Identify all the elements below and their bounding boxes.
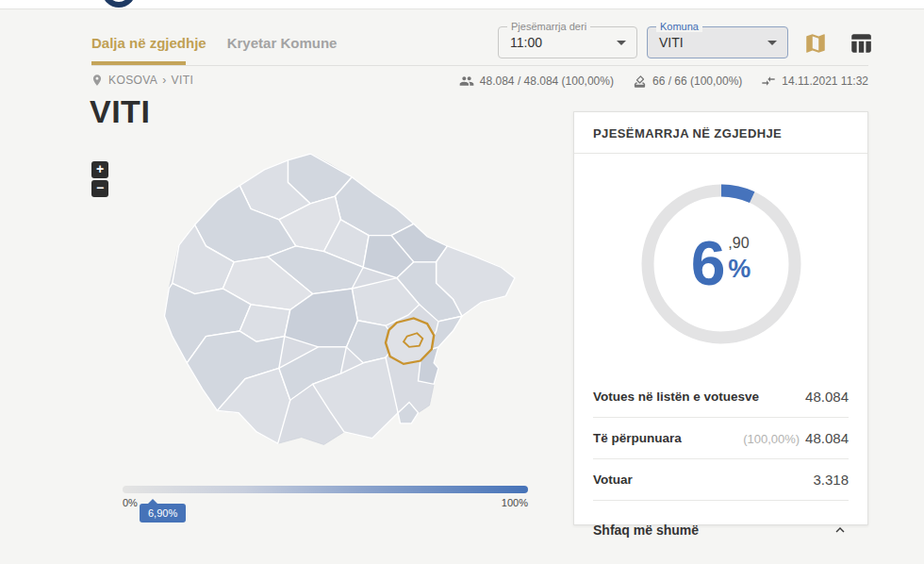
tab-bar: Dalja në zgjedhje Kryetar Komune <box>91 35 337 51</box>
stat-voters-value: 48.084 / 48.084 (100,00%) <box>480 75 614 88</box>
stats-row: 48.084 / 48.084 (100,00%) 66 / 66 (100,0… <box>459 74 868 89</box>
municipality-select-value: VITI <box>659 35 684 50</box>
time-select[interactable]: Pjesëmarrja deri 11:00 <box>498 26 637 58</box>
progress-min-label: 0% <box>123 497 138 508</box>
show-more-button[interactable]: Shfaq më shumë <box>593 510 849 539</box>
turnout-table: Votues në listën e votuesve 48.084 Të pë… <box>593 376 849 501</box>
time-select-value: 11:00 <box>510 35 542 50</box>
tab-kryetar-komune[interactable]: Kryetar Komune <box>227 35 338 51</box>
stat-polling-stations: 66 / 66 (100,00%) <box>633 75 742 89</box>
table-row: Të përpunuara (100,00%) 48.084 <box>593 418 849 459</box>
ballot-box-icon <box>633 75 647 89</box>
map-zoom-controls: + − <box>91 161 108 197</box>
chevron-down-icon <box>617 41 626 45</box>
row-label: Të përpunuara <box>593 431 682 445</box>
gauge-value-decimal: ,90 <box>728 235 749 252</box>
kosovo-map[interactable] <box>144 145 627 517</box>
tabs-divider <box>91 65 868 66</box>
municipality-select-label: Komuna <box>656 21 702 32</box>
zoom-in-button[interactable]: + <box>91 161 108 178</box>
table-row: Votues në listën e votuesve 48.084 <box>593 376 849 418</box>
row-value: 48.084 <box>805 430 849 446</box>
zoom-out-button[interactable]: − <box>91 180 108 197</box>
map-icon <box>803 31 828 56</box>
row-value: 3.318 <box>813 472 849 488</box>
row-label: Votuar <box>593 473 633 487</box>
gauge-value: 6 ,90 % <box>632 174 811 354</box>
page-title: VITI <box>90 93 150 130</box>
chevron-up-icon <box>832 522 849 539</box>
row-label: Votues në listën e votuesve <box>593 390 759 404</box>
gauge-value-int: 6 <box>691 236 726 291</box>
tab-dalja-ne-zgjedhje[interactable]: Dalja në zgjedhje <box>91 35 206 51</box>
turnout-panel: PJESËMARRJA NË ZGJEDHJE 6 ,90 % Votues n… <box>573 111 868 525</box>
logo <box>102 0 136 8</box>
top-bar <box>0 0 924 9</box>
stat-polling-stations-value: 66 / 66 (100,00%) <box>652 75 742 88</box>
sync-arrows-icon <box>761 74 776 89</box>
table-view-button[interactable] <box>849 31 873 56</box>
breadcrumb-separator: › <box>162 74 166 87</box>
chevron-down-icon <box>767 41 777 45</box>
location-pin-icon <box>91 74 104 87</box>
breadcrumb: KOSOVA › VITI <box>91 74 193 87</box>
time-select-label: Pjesëmarrja deri <box>507 21 590 32</box>
progress-value-badge: 6,90% <box>140 504 186 523</box>
stat-updated: 14.11.2021 11:32 <box>761 74 868 89</box>
turnout-progress-bar <box>123 486 528 493</box>
turnout-gauge: 6 ,90 % <box>632 174 811 354</box>
stat-updated-value: 14.11.2021 11:32 <box>782 75 868 88</box>
table-icon <box>849 31 873 56</box>
table-row: Votuar 3.318 <box>593 459 849 501</box>
row-value: 48.084 <box>805 389 849 405</box>
progress-max-label: 100% <box>502 497 528 508</box>
show-more-label: Shfaq më shumë <box>593 523 699 538</box>
map-view-button[interactable] <box>803 31 828 56</box>
panel-title: PJESËMARRJA NË ZGJEDHJE <box>574 112 867 154</box>
breadcrumb-current: VITI <box>172 74 194 87</box>
people-icon <box>459 74 474 89</box>
gauge-unit: % <box>728 255 751 284</box>
municipality-select[interactable]: Komuna VITI <box>647 26 788 58</box>
row-note: (100,00%) <box>743 432 800 446</box>
breadcrumb-root[interactable]: KOSOVA <box>108 74 157 87</box>
stat-voters: 48.084 / 48.084 (100,00%) <box>459 74 614 89</box>
